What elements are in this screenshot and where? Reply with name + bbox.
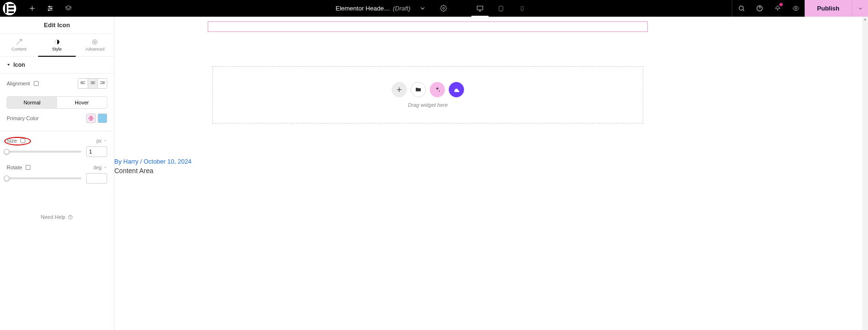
svg-point-9 [50, 8, 52, 9]
tab-content[interactable]: Content [0, 34, 38, 56]
rotate-responsive-toggle-icon[interactable] [26, 165, 30, 170]
svg-rect-0 [5, 4, 7, 13]
settings-sliders-icon[interactable] [41, 0, 59, 17]
svg-marker-12 [65, 6, 71, 9]
rotate-slider-thumb[interactable] [4, 175, 10, 181]
sidebar-title: Edit Icon [0, 17, 114, 34]
topbar-center: Elementor Heade… (Draft) [335, 0, 532, 17]
publish-button[interactable]: Publish [805, 0, 852, 17]
tab-advanced[interactable]: Advanced [76, 34, 114, 56]
svg-marker-30 [7, 64, 10, 66]
svg-line-22 [743, 10, 744, 11]
svg-point-37 [456, 91, 456, 92]
document-draft-label: (Draft) [393, 5, 411, 12]
drop-zone[interactable]: Drag widget here [212, 66, 643, 124]
svg-point-29 [93, 40, 97, 44]
svg-rect-2 [9, 8, 14, 10]
preview-eye-icon[interactable] [787, 0, 805, 17]
state-normal-tab[interactable]: Normal [7, 97, 57, 108]
rotate-slider[interactable] [7, 177, 81, 179]
size-input[interactable] [86, 146, 107, 157]
tab-advanced-label: Advanced [85, 47, 104, 52]
divider [0, 131, 114, 131]
template-library-button[interactable] [411, 82, 426, 97]
content-area-label: Content Area [114, 167, 192, 175]
primary-color-control: Primary Color [0, 109, 114, 128]
need-help-label: Need Help [41, 214, 66, 220]
add-section-button[interactable] [392, 82, 407, 97]
primary-color-label: Primary Color [7, 115, 39, 121]
size-label: Size [7, 138, 17, 144]
topbar: Elementor Heade… (Draft) Publish [0, 0, 868, 17]
document-chevron-down-icon[interactable] [414, 0, 432, 17]
widget-tabs: Content Style Advanced [0, 34, 114, 57]
size-responsive-toggle-icon[interactable] [20, 138, 25, 143]
size-slider[interactable] [7, 151, 81, 153]
svg-point-38 [457, 91, 457, 92]
document-title: Elementor Heade… [335, 5, 390, 12]
search-icon[interactable] [732, 0, 750, 17]
size-control: Size px [0, 134, 114, 161]
size-slider-thumb[interactable] [4, 149, 10, 155]
editor-sidebar: Edit Icon Content Style Advanced Icon Al… [0, 17, 114, 330]
rotate-label: Rotate [7, 165, 22, 170]
structure-layers-icon[interactable] [59, 0, 77, 17]
drop-zone-label: Drag widget here [408, 102, 448, 108]
rotate-unit-select[interactable]: deg [93, 165, 107, 170]
tab-style[interactable]: Style [38, 34, 76, 57]
post-author-link[interactable]: By Harry [114, 158, 139, 165]
notifications-icon[interactable] [768, 0, 787, 17]
state-tabs: Normal Hover [7, 96, 107, 109]
device-tablet-button[interactable] [491, 0, 512, 17]
icon-widget-selected[interactable] [208, 21, 648, 32]
svg-point-26 [795, 8, 797, 10]
responsive-toggle-icon[interactable] [34, 81, 39, 86]
page-settings-gear-icon[interactable] [434, 0, 453, 17]
responsive-device-group [470, 0, 533, 17]
vertical-scrollbar[interactable] [862, 17, 868, 330]
svg-rect-3 [9, 11, 14, 13]
svg-point-11 [48, 10, 50, 11]
color-picker-swatch[interactable] [98, 113, 107, 123]
align-right-button[interactable] [97, 79, 107, 88]
section-icon-toggle[interactable]: Icon [0, 57, 114, 73]
topbar-left [0, 0, 77, 17]
post-date-link[interactable]: October 10, 2024 [143, 158, 191, 165]
help-icon[interactable] [750, 0, 768, 17]
elementor-logo[interactable] [3, 2, 16, 15]
svg-rect-1 [9, 4, 14, 6]
svg-point-7 [49, 6, 50, 8]
rotate-input[interactable] [86, 173, 107, 184]
tab-style-label: Style [52, 47, 62, 52]
svg-marker-39 [864, 19, 866, 20]
state-hover-tab[interactable]: Hover [57, 97, 107, 108]
device-desktop-button[interactable] [470, 0, 491, 17]
align-center-button[interactable] [88, 79, 97, 88]
svg-point-28 [94, 41, 96, 43]
alignment-control: Alignment [0, 73, 114, 93]
editor-canvas: Drag widget here By Harry / October 10, … [114, 17, 862, 330]
scrollbar-up-arrow[interactable] [862, 17, 868, 22]
global-color-button[interactable] [86, 113, 96, 123]
post-meta: By Harry / October 10, 2024 Content Area [114, 158, 192, 175]
ai-button[interactable] [430, 82, 445, 97]
publish-options-chevron[interactable] [852, 0, 868, 17]
align-left-button[interactable] [78, 79, 88, 88]
need-help-link[interactable]: Need Help [0, 214, 114, 220]
size-unit-label: px [96, 138, 101, 144]
svg-rect-14 [477, 6, 483, 10]
rotate-control: Rotate deg [0, 161, 114, 187]
topbar-right: Publish [732, 0, 868, 17]
add-button[interactable] [23, 0, 41, 17]
post-meta-sep: / [139, 158, 144, 165]
tab-content-label: Content [11, 47, 27, 52]
svg-point-36 [455, 91, 456, 92]
section-icon-label: Icon [13, 62, 25, 68]
svg-point-13 [443, 8, 444, 10]
size-unit-select[interactable]: px [96, 138, 107, 144]
import-button[interactable] [449, 82, 464, 97]
alignment-label: Alignment [7, 81, 30, 86]
device-mobile-button[interactable] [512, 0, 533, 17]
rotate-unit-label: deg [93, 165, 101, 170]
svg-point-21 [739, 6, 743, 10]
